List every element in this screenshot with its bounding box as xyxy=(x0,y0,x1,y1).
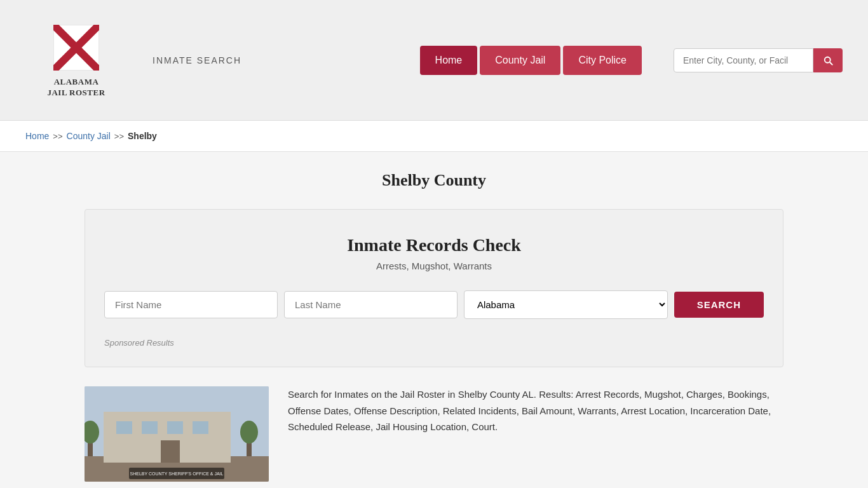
svg-rect-9 xyxy=(193,421,208,434)
breadcrumb-sep-1: >> xyxy=(53,132,62,141)
state-select[interactable]: Alabama xyxy=(464,290,668,319)
records-card: Inmate Records Check Arrests, Mugshot, W… xyxy=(85,209,783,367)
svg-text:SHELBY COUNTY SHERIFF'S OFFICE: SHELBY COUNTY SHERIFF'S OFFICE & JAIL xyxy=(130,471,224,476)
nav-home-button[interactable]: Home xyxy=(420,46,478,75)
header-search-area xyxy=(674,48,843,72)
records-card-subtitle: Arrests, Mugshot, Warrants xyxy=(104,261,764,271)
last-name-input[interactable] xyxy=(284,291,458,318)
inmate-search-label: INMATE SEARCH xyxy=(153,55,241,65)
header-nav: Home County Jail City Police xyxy=(420,46,642,75)
breadcrumb-bar: Home >> County Jail >> Shelby xyxy=(0,121,868,152)
search-icon xyxy=(822,55,834,66)
header-search-button[interactable] xyxy=(813,48,843,72)
svg-rect-7 xyxy=(142,421,158,434)
logo-area: ALABAMA JAIL ROSTER xyxy=(25,22,127,98)
records-search-button[interactable]: SEARCH xyxy=(674,292,764,318)
jail-image: SHELBY COUNTY SHERIFF'S OFFICE & JAIL xyxy=(85,386,269,482)
search-form: Alabama SEARCH xyxy=(104,290,764,319)
svg-rect-10 xyxy=(161,440,180,463)
breadcrumb: Home >> County Jail >> Shelby xyxy=(25,131,843,141)
header-search-input[interactable] xyxy=(674,48,813,72)
logo-image xyxy=(51,22,102,73)
logo-title: ALABAMA JAIL ROSTER xyxy=(47,77,105,98)
main-content: Shelby County Inmate Records Check Arres… xyxy=(0,152,868,488)
svg-rect-6 xyxy=(116,421,132,434)
breadcrumb-home[interactable]: Home xyxy=(25,131,49,141)
page-title: Shelby County xyxy=(25,171,843,190)
breadcrumb-current: Shelby xyxy=(128,131,157,141)
sponsored-label: Sponsored Results xyxy=(104,338,764,348)
jail-building-image: SHELBY COUNTY SHERIFF'S OFFICE & JAIL xyxy=(85,386,269,482)
records-card-title: Inmate Records Check xyxy=(104,235,764,255)
bottom-section: SHELBY COUNTY SHERIFF'S OFFICE & JAIL Se… xyxy=(85,386,783,482)
nav-city-police-button[interactable]: City Police xyxy=(563,46,642,75)
alabama-flag-icon xyxy=(53,25,99,71)
svg-point-14 xyxy=(240,421,258,444)
nav-county-jail-button[interactable]: County Jail xyxy=(480,46,560,75)
first-name-input[interactable] xyxy=(104,291,278,318)
header: ALABAMA JAIL ROSTER INMATE SEARCH Home C… xyxy=(0,0,868,121)
description-text: Search for Inmates on the Jail Roster in… xyxy=(288,386,783,435)
breadcrumb-sep-2: >> xyxy=(114,132,124,141)
svg-rect-8 xyxy=(167,421,183,434)
breadcrumb-county-jail[interactable]: County Jail xyxy=(67,131,111,141)
